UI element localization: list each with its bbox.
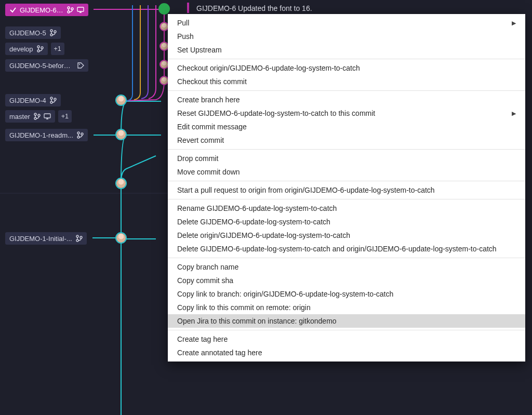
- menu-item-edit-msg[interactable]: Edit commit message: [168, 120, 525, 133]
- menu-separator: [168, 90, 525, 91]
- branch-pill-gij1i[interactable]: GIJDEMO-1-Initial-...: [5, 232, 87, 245]
- menu-item-rename[interactable]: Rename GIJDEMO-6-update-log-system-to-ca…: [168, 202, 525, 215]
- menu-item-label: Open Jira to this commit on instance: gi…: [177, 317, 337, 325]
- commit-node-head[interactable]: [158, 3, 170, 15]
- branch-label: master: [9, 113, 30, 121]
- menu-item-label: Push: [177, 32, 194, 41]
- branch-more-count[interactable]: +1: [58, 110, 72, 123]
- branch-pill-gij4[interactable]: GIJDEMO-4: [5, 94, 61, 106]
- branch-icon: [49, 97, 57, 104]
- menu-item-label: Delete GIJDEMO-6-update-log-system-to-ca…: [177, 218, 330, 226]
- branch-label: GIJDEMO-6-...: [20, 6, 63, 14]
- menu-separator: [168, 181, 525, 181]
- menu-separator: [168, 330, 525, 330]
- menu-item-label: Create annotated tag here: [177, 349, 262, 357]
- branch-row-develop: develop+1: [5, 43, 64, 55]
- check-icon: [9, 6, 17, 14]
- branch-pill-master[interactable]: master: [5, 110, 55, 123]
- menu-item-label: Revert commit: [177, 136, 224, 144]
- menu-item-label: Copy branch name: [177, 263, 238, 271]
- commit-node[interactable]: [115, 95, 127, 106]
- menu-item-setupstream[interactable]: Set Upstream: [168, 43, 525, 57]
- branch-label: GIJDEMO-5-before-...: [9, 62, 74, 70]
- menu-item-checkout-commit[interactable]: Checkout this commit: [168, 75, 525, 88]
- branch-label: GIJDEMO-5: [9, 29, 46, 37]
- branch-pill-develop[interactable]: develop: [5, 43, 48, 55]
- menu-item-del-origin[interactable]: Delete origin/GIJDEMO-6-update-log-syste…: [168, 229, 525, 242]
- menu-item-start-pr[interactable]: Start a pull request to origin from orig…: [168, 183, 525, 197]
- commit-node[interactable]: [115, 232, 127, 244]
- menu-item-checkout-origin[interactable]: Checkout origin/GIJDEMO-6-update-log-sys…: [168, 61, 525, 75]
- menu-item-label: Copy link to branch: origin/GIJDEMO-6-up…: [177, 290, 393, 298]
- menu-item-label: Delete origin/GIJDEMO-6-update-log-syste…: [177, 231, 350, 239]
- menu-item-copy-sha[interactable]: Copy commit sha: [168, 274, 525, 287]
- branch-icon: [75, 235, 83, 242]
- branch-icon: [49, 29, 57, 36]
- branch-label: GIJDEMO-1-readm...: [9, 131, 73, 139]
- branch-pill-gij5b[interactable]: GIJDEMO-5-before-...: [5, 59, 88, 72]
- branch-row-gij6: GIJDEMO-6-...: [5, 4, 88, 16]
- menu-item-label: Set Upstream: [177, 46, 222, 54]
- menu-item-pull[interactable]: Pull▶: [168, 16, 525, 30]
- menu-separator: [168, 59, 525, 59]
- branch-label: GIJDEMO-4: [9, 97, 46, 104]
- branch-icon: [66, 6, 74, 14]
- branch-row-master: master+1: [5, 110, 72, 123]
- menu-item-label: Start a pull request to origin from orig…: [177, 186, 435, 194]
- menu-item-open-jira[interactable]: Open Jira to this commit on instance: gi…: [168, 314, 525, 328]
- menu-item-label: Move commit down: [177, 168, 240, 176]
- commit-node[interactable]: [115, 129, 127, 140]
- commit-title: GIJDEMO-6 Updated the font to 16.: [196, 4, 312, 12]
- menu-item-label: Create tag here: [177, 335, 228, 343]
- branch-icon: [36, 45, 44, 52]
- branch-row-gij1i: GIJDEMO-1-Initial-...: [5, 232, 87, 245]
- menu-separator: [168, 149, 525, 150]
- menu-item-label: Checkout origin/GIJDEMO-6-update-log-sys…: [177, 64, 360, 72]
- menu-item-label: Drop commit: [177, 154, 218, 163]
- menu-item-label: Delete GIJDEMO-6-update-log-system-to-ca…: [177, 245, 497, 253]
- menu-item-copy-link-c[interactable]: Copy link to this commit on remote: orig…: [168, 301, 525, 314]
- menu-item-del-both[interactable]: Delete GIJDEMO-6-update-log-system-to-ca…: [168, 242, 525, 256]
- branch-row-gij5b: GIJDEMO-5-before-...: [5, 59, 88, 72]
- menu-item-tag[interactable]: Create tag here: [168, 332, 525, 346]
- menu-item-label: Copy link to this commit on remote: orig…: [177, 303, 311, 312]
- branch-row-gij5: GIJDEMO-5: [5, 26, 61, 39]
- menu-item-label: Rename GIJDEMO-6-update-log-system-to-ca…: [177, 204, 337, 212]
- menu-item-copy-branch[interactable]: Copy branch name: [168, 260, 525, 274]
- commit-node[interactable]: [115, 178, 127, 189]
- menu-item-del-local[interactable]: Delete GIJDEMO-6-update-log-system-to-ca…: [168, 215, 525, 229]
- menu-item-reset[interactable]: Reset GIJDEMO-6-update-log-system-to-cat…: [168, 106, 525, 120]
- menu-item-revert[interactable]: Revert commit: [168, 133, 525, 147]
- menu-item-label: Create branch here: [177, 96, 240, 104]
- monitor-icon: [44, 113, 51, 120]
- menu-item-label: Checkout this commit: [177, 77, 247, 86]
- monitor-icon: [77, 6, 84, 14]
- menu-item-label: Edit commit message: [177, 123, 247, 131]
- branch-label: GIJDEMO-1-Initial-...: [9, 235, 72, 243]
- menu-item-push[interactable]: Push: [168, 30, 525, 43]
- branch-icon: [76, 131, 84, 139]
- menu-item-copy-link-br[interactable]: Copy link to branch: origin/GIJDEMO-6-up…: [168, 287, 525, 301]
- branch-pill-gij1r[interactable]: GIJDEMO-1-readm...: [5, 129, 88, 141]
- submenu-arrow-icon: ▶: [512, 20, 516, 26]
- menu-item-label: Reset GIJDEMO-6-update-log-system-to-cat…: [177, 109, 375, 117]
- commit-context-menu[interactable]: Pull▶PushSet UpstreamCheckout origin/GIJ…: [168, 14, 525, 362]
- menu-item-label: Pull: [177, 19, 189, 27]
- menu-separator: [168, 258, 525, 258]
- commit-highlight-bar: [187, 3, 189, 13]
- branch-pill-gij5[interactable]: GIJDEMO-5: [5, 26, 61, 39]
- submenu-arrow-icon: ▶: [512, 110, 516, 117]
- menu-separator: [168, 199, 525, 199]
- branch-more-count[interactable]: +1: [51, 43, 64, 55]
- menu-item-drop[interactable]: Drop commit: [168, 152, 525, 165]
- tag-icon: [77, 62, 84, 69]
- branch-label: develop: [9, 45, 33, 53]
- branch-pill-gij6[interactable]: GIJDEMO-6-...: [5, 4, 88, 16]
- menu-item-label: Copy commit sha: [177, 276, 233, 285]
- branch-icon: [33, 113, 41, 120]
- branch-row-gij1r: GIJDEMO-1-readm...: [5, 129, 88, 141]
- menu-item-create-branch[interactable]: Create branch here: [168, 93, 525, 106]
- menu-item-movedown[interactable]: Move commit down: [168, 165, 525, 179]
- branch-row-gij4: GIJDEMO-4: [5, 94, 61, 106]
- menu-item-ann-tag[interactable]: Create annotated tag here: [168, 346, 525, 359]
